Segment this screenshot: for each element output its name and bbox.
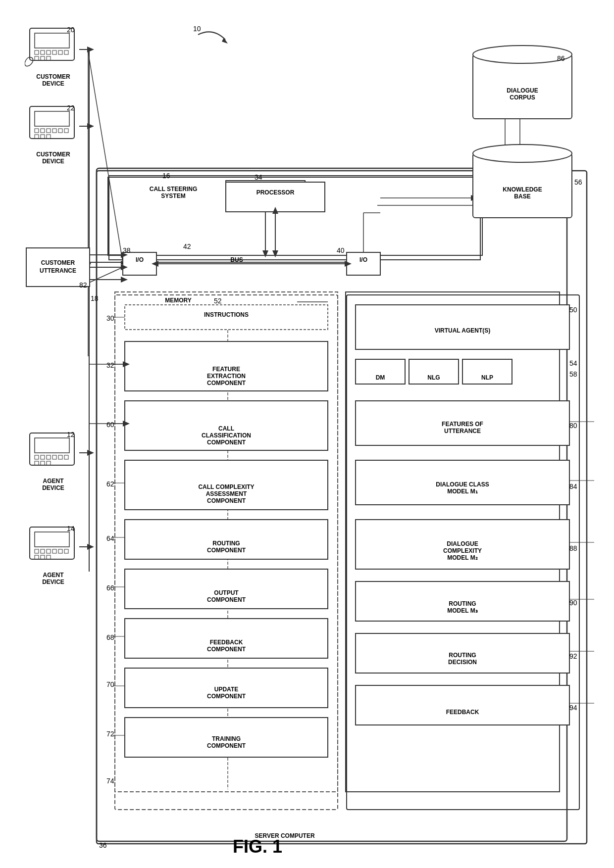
- ref-32: 32: [106, 361, 114, 369]
- nlp-label: NLP: [462, 365, 512, 390]
- svg-marker-85: [87, 47, 94, 52]
- customer-device-1-label: CUSTOMERDEVICE: [25, 73, 82, 87]
- agent-device-1-label: AGENTDEVICE: [25, 478, 82, 491]
- svg-rect-64: [58, 549, 62, 553]
- svg-rect-46: [47, 135, 51, 139]
- agent-device-2-label: AGENTDEVICE: [25, 572, 82, 585]
- svg-rect-37: [35, 111, 69, 126]
- ref-18: 18: [91, 294, 99, 302]
- call-steering-system-label: CALL STEERINGSYSTEM: [124, 186, 223, 199]
- bus-label: BUS: [222, 256, 252, 263]
- dialogue-corpus-label: DIALOGUECORPUS: [473, 69, 572, 119]
- svg-rect-29: [47, 50, 51, 54]
- svg-rect-35: [47, 56, 51, 60]
- svg-marker-124: [87, 450, 94, 456]
- ref-86: 86: [557, 54, 565, 62]
- svg-rect-41: [52, 129, 56, 133]
- io-left-label: I/O: [123, 256, 156, 263]
- ref-20: 20: [67, 26, 75, 34]
- svg-rect-67: [41, 555, 45, 559]
- processor-label: PROCESSOR: [226, 189, 325, 196]
- features-utterance-label: FEATURES OFUTTERANCE: [356, 408, 569, 447]
- call-complexity-label: CALL COMPLEXITYASSESSMENTCOMPONENT: [125, 469, 328, 519]
- ref-60: 60: [106, 421, 114, 429]
- ref-16: 16: [162, 172, 170, 180]
- ref-30: 30: [106, 314, 114, 322]
- svg-rect-60: [35, 549, 39, 553]
- update-component-label: UPDATECOMPONENT: [125, 673, 328, 713]
- training-component-label: TRAININGCOMPONENT: [125, 723, 328, 762]
- virtual-agents-label: VIRTUAL AGENT(S): [356, 311, 569, 350]
- memory-label: MEMORY: [149, 297, 208, 304]
- svg-rect-56: [41, 461, 45, 465]
- ref-42: 42: [183, 242, 191, 250]
- ref-84: 84: [569, 482, 577, 490]
- feature-extraction-label: FEATUREEXTRACTIONCOMPONENT: [125, 351, 328, 401]
- svg-rect-33: [35, 56, 39, 60]
- io-right-label: I/O: [347, 256, 380, 263]
- svg-marker-83: [121, 277, 128, 283]
- routing-label: ROUTINGCOMPONENT: [125, 527, 328, 567]
- ref-58: 58: [569, 370, 577, 378]
- svg-rect-45: [41, 135, 45, 139]
- svg-point-99: [473, 145, 572, 162]
- svg-rect-27: [35, 50, 39, 54]
- svg-marker-12: [262, 203, 268, 210]
- svg-marker-11: [262, 250, 268, 257]
- routing-model-label: ROUTINGMODEL M₃: [356, 588, 569, 627]
- knowledge-base-label: KNOWLEDGEBASE: [473, 168, 572, 218]
- svg-rect-50: [41, 455, 45, 459]
- svg-rect-63: [52, 549, 56, 553]
- ref-40: 40: [337, 246, 345, 254]
- ref-72: 72: [106, 730, 114, 738]
- svg-rect-72: [123, 252, 156, 275]
- dialogue-class-model-label: DIALOGUE CLASSMODEL M₁: [356, 469, 569, 507]
- ref-12: 12: [67, 431, 75, 438]
- svg-marker-81: [121, 264, 128, 270]
- call-classification-label: CALLCLASSIFICATIONCOMPONENT: [125, 411, 328, 460]
- svg-line-13: [88, 52, 123, 262]
- nlg-label: NLG: [409, 365, 459, 390]
- svg-rect-49: [35, 455, 39, 459]
- svg-rect-34: [41, 56, 45, 60]
- svg-marker-90: [272, 250, 278, 257]
- svg-marker-129: [222, 38, 228, 44]
- svg-rect-44: [35, 135, 39, 139]
- svg-rect-52: [52, 455, 56, 459]
- ref-54: 54: [569, 359, 577, 367]
- ref-62: 62: [106, 480, 114, 488]
- svg-rect-40: [47, 129, 51, 133]
- svg-rect-61: [41, 549, 45, 553]
- svg-line-19: [88, 267, 123, 283]
- ref-36: 36: [99, 841, 107, 849]
- svg-rect-73: [347, 252, 380, 275]
- svg-rect-30: [52, 50, 56, 54]
- ref-34: 34: [255, 173, 262, 181]
- svg-rect-53: [58, 455, 62, 459]
- svg-rect-31: [58, 50, 62, 54]
- svg-marker-126: [87, 544, 94, 550]
- customer-device-2-label: CUSTOMERDEVICE: [25, 151, 82, 165]
- svg-rect-28: [41, 50, 45, 54]
- ref-70: 70: [106, 680, 114, 688]
- svg-marker-87: [87, 123, 94, 129]
- svg-rect-59: [35, 532, 69, 547]
- ref-52: 52: [214, 297, 222, 305]
- svg-rect-48: [35, 438, 69, 453]
- ref-88: 88: [569, 544, 577, 552]
- instructions-label: INSTRUCTIONS: [125, 311, 328, 318]
- svg-marker-20: [121, 265, 128, 272]
- ref-94: 94: [569, 704, 577, 712]
- svg-rect-66: [35, 555, 39, 559]
- svg-rect-65: [64, 549, 68, 553]
- ref-82: 82: [79, 281, 87, 289]
- svg-rect-39: [41, 129, 45, 133]
- feedback-component-label: FEEDBACKCOMPONENT: [125, 626, 328, 666]
- svg-rect-32: [64, 50, 68, 54]
- ref-68: 68: [106, 633, 114, 641]
- svg-rect-51: [47, 455, 51, 459]
- ref-66: 66: [106, 584, 114, 592]
- ref-50: 50: [569, 306, 577, 314]
- svg-rect-57: [47, 461, 51, 465]
- svg-rect-42: [58, 129, 62, 133]
